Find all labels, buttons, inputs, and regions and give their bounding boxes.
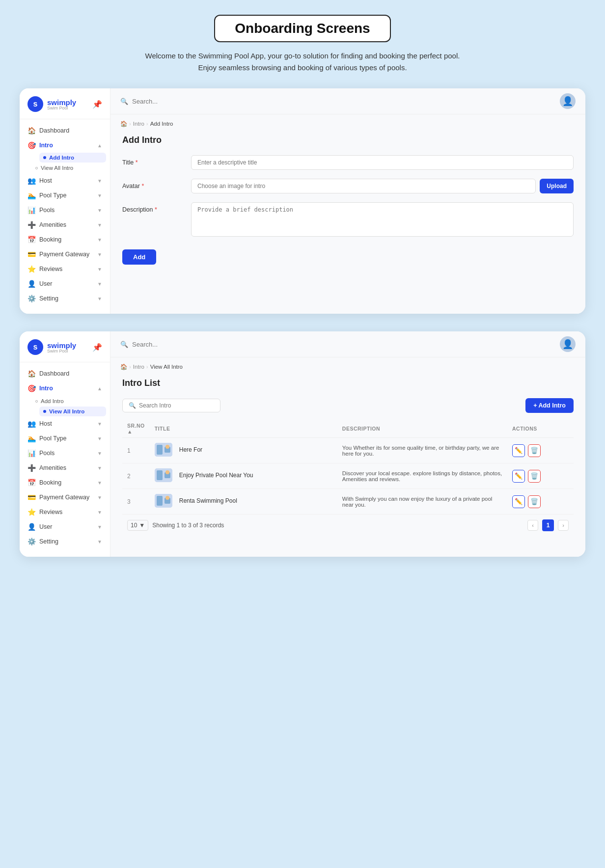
cell-sr-0: 1 [122, 438, 150, 463]
sidebar-item-pools-2[interactable]: 📊 Pools ▼ [20, 446, 110, 461]
action-btns-0: ✏️ 🗑️ [512, 444, 569, 457]
screen-2-card: s swimply Swim Pool 📌 🏠 Dashboard 🎯 Intr… [20, 331, 585, 557]
pools-chevron-1: ▼ [97, 208, 102, 213]
upload-button-1[interactable]: Upload [540, 179, 574, 193]
pools-label-1: Pools [39, 207, 55, 214]
description-input-1[interactable] [191, 202, 574, 237]
user-label-2: User [39, 523, 52, 530]
sidebar-item-reviews-1[interactable]: ⭐ Reviews ▼ [20, 262, 110, 276]
prev-page-btn-2[interactable]: ‹ [527, 520, 538, 531]
table-row: 1 Here For You Whether its for some qual… [122, 438, 574, 463]
reviews-icon-1: ⭐ [28, 265, 35, 273]
cell-title-0: Here For [150, 438, 337, 463]
page-header: Onboarding Screens Welcome to the Swimmi… [20, 15, 585, 74]
avatar-input-1[interactable] [191, 179, 536, 193]
sidebar-item-pools-1[interactable]: 📊 Pools ▼ [20, 203, 110, 217]
pools-icon-1: 📊 [28, 206, 35, 214]
edit-btn-2[interactable]: ✏️ [512, 495, 525, 508]
sidebar-item-payment-1[interactable]: 💳 Payment Gateway ▼ [20, 247, 110, 262]
sidebar-item-add-intro-1[interactable]: Add Intro [39, 153, 106, 163]
sidebar-item-user-1[interactable]: 👤 User ▼ [20, 276, 110, 291]
sidebar-item-add-intro-2[interactable]: Add Intro [35, 396, 110, 407]
booking-icon-2: 📅 [28, 479, 35, 487]
user-label-1: User [39, 280, 52, 287]
avatar-label-1: Avatar * [122, 179, 181, 190]
delete-btn-1[interactable]: 🗑️ [528, 470, 541, 483]
intro-icon-1: 🎯 [28, 141, 35, 149]
sidebar-item-dashboard-2[interactable]: 🏠 Dashboard [20, 366, 110, 381]
avatar-input-group-1: Upload [191, 179, 574, 193]
intro-chevron-1: ▲ [97, 143, 102, 148]
setting-icon-1: ⚙️ [28, 295, 35, 302]
booking-label-1: Booking [39, 236, 61, 243]
breadcrumb-2: 🏠 › Intro › View All Intro [110, 357, 585, 372]
search-icon-1: 🔍 [120, 98, 128, 105]
list-search-input-2[interactable] [139, 402, 214, 409]
intro-submenu-2: Add Intro View All Intro [20, 396, 110, 416]
sidebar-item-intro-2[interactable]: 🎯 Intro ▲ [20, 381, 110, 396]
sidebar-item-amenities-1[interactable]: ➕ Amenities ▼ [20, 217, 110, 232]
add-button-1[interactable]: Add [122, 249, 156, 265]
sidebar-item-host-2[interactable]: 👥 Host ▼ [20, 416, 110, 431]
bullet-add-intro-1 [43, 156, 46, 159]
sidebar-item-amenities-2[interactable]: ➕ Amenities ▼ [20, 461, 110, 475]
logo-area-2: s swimply Swim Pool 📌 [20, 339, 110, 362]
records-text-2: Showing 1 to 3 of 3 records [152, 522, 224, 529]
sidebar-item-setting-2[interactable]: ⚙️ Setting ▼ [20, 534, 110, 549]
sidebar-item-reviews-2[interactable]: ⭐ Reviews ▼ [20, 505, 110, 519]
pin-icon-2: 📌 [92, 343, 102, 352]
breadcrumb-home-icon-2: 🏠 [120, 363, 127, 370]
sidebar-item-host-1[interactable]: 👥 Host ▼ [20, 173, 110, 188]
sidebar-item-dashboard-1[interactable]: 🏠 Dashboard [20, 123, 110, 138]
host-icon-1: 👥 [28, 177, 35, 185]
cell-sr-2: 3 [122, 489, 150, 515]
pin-icon-1: 📌 [92, 100, 102, 109]
per-page-value-2: 10 [131, 522, 137, 529]
page-1-btn-2[interactable]: 1 [542, 519, 554, 531]
sidebar-item-payment-2[interactable]: 💳 Payment Gateway ▼ [20, 490, 110, 505]
cell-desc-0: You Whether its for some quality time, o… [337, 438, 507, 463]
sidebar-1: s swimply Swim Pool 📌 🏠 Dashboard 🎯 Intr… [20, 88, 110, 314]
booking-chevron-2: ▼ [97, 480, 102, 486]
dashboard-label-1: Dashboard [39, 127, 69, 134]
payment-label-2: Payment Gateway [39, 494, 89, 501]
sidebar-item-pooltype-2[interactable]: 🏊 Pool Type ▼ [20, 431, 110, 446]
topbar-search-1: 🔍 [120, 98, 554, 105]
breadcrumb-intro-2: Intro [133, 364, 144, 370]
title-input-1[interactable] [191, 155, 574, 170]
bullet-empty-add-2 [35, 400, 38, 403]
sidebar-item-user-2[interactable]: 👤 User ▼ [20, 519, 110, 534]
sidebar-item-booking-1[interactable]: 📅 Booking ▼ [20, 232, 110, 247]
edit-btn-0[interactable]: ✏️ [512, 444, 525, 457]
edit-btn-1[interactable]: ✏️ [512, 470, 525, 483]
delete-btn-2[interactable]: 🗑️ [528, 495, 541, 508]
amenities-label-1: Amenities [39, 221, 66, 228]
pagination-row-2: 10 ▼ Showing 1 to 3 of 3 records ‹ 1 › [122, 515, 574, 533]
sidebar-item-setting-1[interactable]: ⚙️ Setting ▼ [20, 291, 110, 306]
sidebar-item-intro-1[interactable]: 🎯 Intro ▲ [20, 138, 110, 153]
list-search-box-2: 🔍 [122, 399, 220, 412]
sidebar-item-pooltype-1[interactable]: 🏊 Pool Type ▼ [20, 188, 110, 203]
search-input-1[interactable] [132, 98, 554, 105]
pooltype-chevron-1: ▼ [97, 193, 102, 198]
table-row: 3 Renta Swimming Pool With Swimply you c… [122, 489, 574, 515]
breadcrumb-1: 🏠 › Intro › Add Intro [110, 114, 585, 129]
reviews-icon-2: ⭐ [28, 508, 35, 516]
add-intro-button-2[interactable]: + Add Intro [525, 398, 574, 413]
svg-point-3 [165, 445, 169, 449]
sidebar-item-view-all-intro-2[interactable]: View All Intro [39, 407, 106, 416]
main-content-1: 🔍 👤 🏠 › Intro › Add Intro Add Intro Titl… [110, 88, 585, 314]
thumb-0 [155, 443, 172, 457]
sidebar-item-booking-2[interactable]: 📅 Booking ▼ [20, 475, 110, 490]
form-row-description-1: Description * [122, 202, 574, 237]
page-title-box: Onboarding Screens [214, 15, 390, 42]
per-page-select-2[interactable]: 10 ▼ [127, 520, 148, 531]
search-input-2[interactable] [132, 341, 554, 348]
logo-text-2: swimply [47, 341, 76, 350]
next-page-btn-2[interactable]: › [558, 520, 569, 531]
booking-label-2: Booking [39, 479, 61, 486]
payment-label-1: Payment Gateway [39, 251, 89, 258]
sidebar-item-view-all-intro-1[interactable]: View All Intro [35, 163, 110, 173]
delete-btn-0[interactable]: 🗑️ [528, 444, 541, 457]
cell-desc-1: Discover your local escape. explore list… [337, 463, 507, 489]
